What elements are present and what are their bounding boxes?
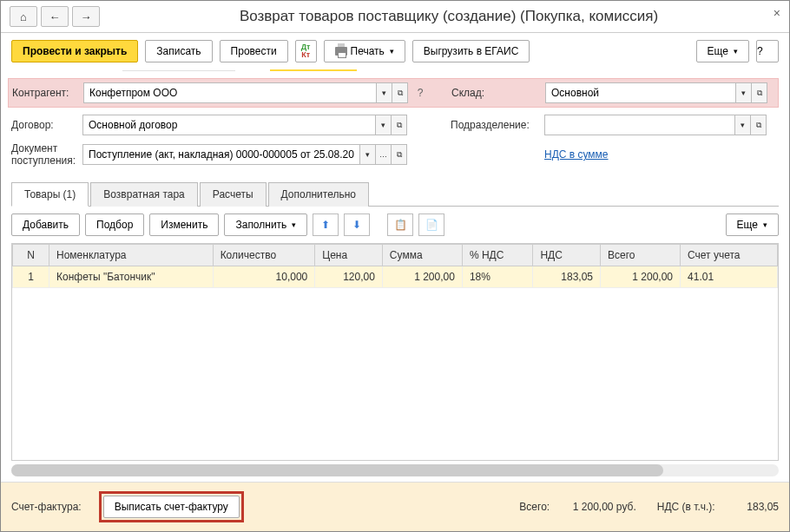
col-sum[interactable]: Сумма: [382, 244, 462, 266]
cell-total[interactable]: 1 200,00: [601, 266, 681, 287]
currency: руб.: [616, 501, 636, 513]
doc-input[interactable]: [82, 144, 360, 165]
move-up-button[interactable]: ⬆: [313, 213, 339, 236]
cell-item[interactable]: Конфеты "Батончик": [49, 266, 214, 287]
home-button[interactable]: ⌂: [10, 6, 37, 27]
col-item[interactable]: Номенклатура: [49, 244, 214, 266]
col-vat[interactable]: НДС: [533, 244, 601, 266]
forward-button[interactable]: →: [72, 6, 100, 27]
cell-qty[interactable]: 10,000: [213, 266, 315, 287]
add-row-button[interactable]: Добавить: [11, 213, 80, 236]
contract-row: Договор: ▾ ⧉ Подразделение: ▾ ⧉: [11, 115, 779, 135]
counterparty-label: Контрагент:: [12, 87, 80, 99]
total-value: 1 200,00: [553, 501, 614, 513]
table-row[interactable]: 1 Конфеты "Батончик" 10,000 120,00 1 200…: [13, 266, 778, 287]
printer-icon: [335, 47, 347, 56]
post-button[interactable]: Провести: [220, 40, 288, 62]
cell-vatpct[interactable]: 18%: [462, 266, 533, 287]
doc-row: Документ поступления: ▾ … ⧉ НДС в сумме: [11, 142, 779, 167]
contract-dropdown-icon[interactable]: ▾: [376, 115, 392, 135]
col-total[interactable]: Всего: [601, 244, 681, 266]
col-vatpct[interactable]: % НДС: [462, 244, 533, 266]
copy-button[interactable]: 📋: [387, 213, 413, 236]
footer: Счет-фактура: Выписать счет-фактуру Всег…: [1, 482, 789, 531]
counterparty-help-icon[interactable]: ?: [411, 87, 429, 99]
cell-n[interactable]: 1: [13, 266, 49, 287]
dept-dropdown-icon[interactable]: ▾: [735, 115, 751, 135]
main-window: × ⌂ ← → Возврат товаров поставщику (созд…: [0, 0, 790, 532]
counterparty-input[interactable]: [83, 82, 377, 103]
help-button[interactable]: ?: [756, 40, 779, 62]
action-toolbar: Провести и закрыть Записать Провести ДтК…: [1, 33, 789, 69]
cell-price[interactable]: 120,00: [315, 266, 383, 287]
tab-calc[interactable]: Расчеты: [200, 182, 267, 207]
warehouse-open-icon[interactable]: ⧉: [752, 82, 767, 103]
write-invoice-button[interactable]: Выписать счет-фактуру: [103, 496, 240, 518]
doc-label: Документ поступления:: [11, 142, 79, 167]
contract-open-icon[interactable]: ⧉: [392, 115, 407, 135]
egais-button[interactable]: Выгрузить в ЕГАИС: [412, 40, 530, 62]
contract-label: Договор:: [11, 119, 79, 131]
form-area: Контрагент: ▾ ⧉ ? Склад: ▾ ⧉ Договор: ▾ …: [1, 75, 789, 178]
dtkt-button[interactable]: ДтКт: [295, 40, 317, 62]
fill-button[interactable]: Заполнить▾: [224, 213, 307, 236]
cell-account[interactable]: 41.01: [681, 266, 778, 287]
dept-open-icon[interactable]: ⧉: [751, 115, 767, 135]
goods-table: N Номенклатура Количество Цена Сумма % Н…: [11, 243, 779, 461]
edit-button[interactable]: Изменить: [149, 213, 219, 236]
invoice-highlight: Выписать счет-фактуру: [99, 491, 244, 522]
move-down-button[interactable]: ⬇: [344, 213, 370, 236]
dept-label: Подразделение:: [451, 119, 541, 131]
cell-vat[interactable]: 183,05: [533, 266, 601, 287]
tabs: Товары (1) Возвратная тара Расчеты Допол…: [11, 181, 779, 207]
more-button[interactable]: Еще▾: [696, 40, 749, 62]
col-account[interactable]: Счет учета: [681, 244, 778, 266]
back-button[interactable]: ←: [41, 6, 69, 27]
warehouse-label: Склад:: [451, 87, 542, 99]
print-button[interactable]: Печать▾: [324, 40, 405, 62]
counterparty-open-icon[interactable]: ⧉: [392, 82, 408, 103]
warehouse-dropdown-icon[interactable]: ▾: [736, 82, 752, 103]
contract-input[interactable]: [82, 115, 376, 135]
save-button[interactable]: Записать: [145, 40, 212, 62]
paste-button[interactable]: 📄: [418, 213, 444, 236]
table-more-button[interactable]: Еще▾: [726, 213, 779, 236]
doc-dropdown-icon[interactable]: ▾: [360, 144, 376, 165]
dept-input[interactable]: [544, 115, 735, 135]
warehouse-input[interactable]: [545, 82, 736, 103]
table-header-row: N Номенклатура Количество Цена Сумма % Н…: [13, 244, 778, 266]
counterparty-dropdown-icon[interactable]: ▾: [377, 82, 392, 103]
cell-sum[interactable]: 1 200,00: [382, 266, 462, 287]
doc-dots-icon[interactable]: …: [376, 144, 392, 165]
table-toolbar: Добавить Подбор Изменить Заполнить▾ ⬆ ⬇ …: [1, 207, 789, 243]
col-qty[interactable]: Количество: [213, 244, 315, 266]
vat-mode-link[interactable]: НДС в сумме: [544, 148, 609, 161]
invoice-label: Счет-фактура:: [11, 501, 82, 513]
vat-label: НДС (в т.ч.):: [657, 501, 715, 513]
scroll-thumb[interactable]: [11, 464, 663, 476]
vat-value: 183,05: [718, 501, 779, 513]
counterparty-row: Контрагент: ▾ ⧉ ? Склад: ▾ ⧉: [8, 78, 779, 108]
total-label: Всего:: [519, 501, 550, 513]
doc-open-icon[interactable]: ⧉: [392, 144, 407, 165]
page-title: Возврат товаров поставщику (создание) (П…: [117, 8, 780, 25]
pick-button[interactable]: Подбор: [85, 213, 144, 236]
tab-extra[interactable]: Дополнительно: [268, 182, 369, 207]
horizontal-scrollbar[interactable]: [11, 464, 779, 476]
titlebar: ⌂ ← → Возврат товаров поставщику (создан…: [1, 1, 789, 33]
tab-tara[interactable]: Возвратная тара: [90, 182, 198, 207]
post-and-close-button[interactable]: Провести и закрыть: [11, 40, 138, 62]
tab-goods[interactable]: Товары (1): [11, 182, 89, 207]
col-n[interactable]: N: [13, 244, 49, 266]
table-empty-area[interactable]: [12, 288, 778, 460]
close-icon[interactable]: ×: [774, 6, 780, 20]
col-price[interactable]: Цена: [315, 244, 383, 266]
